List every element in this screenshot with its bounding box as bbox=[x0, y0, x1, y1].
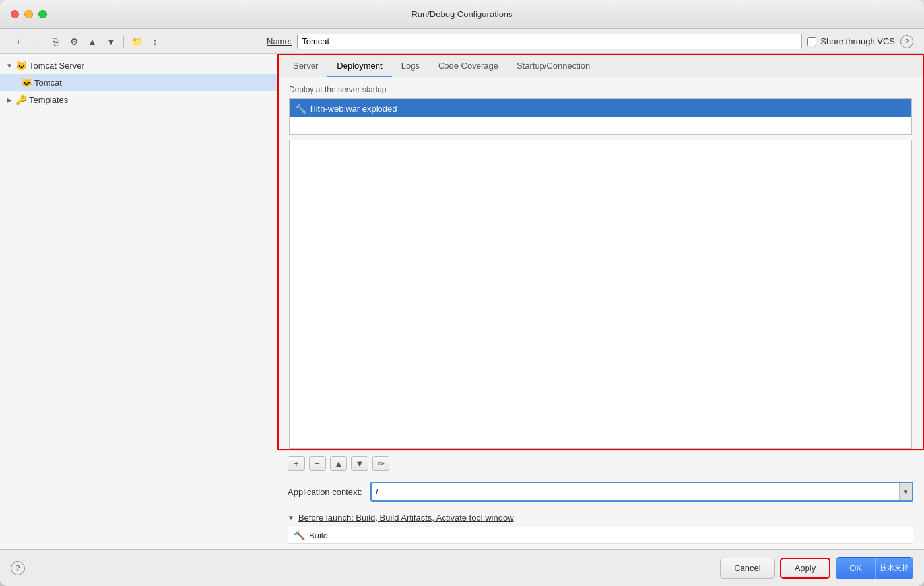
build-item[interactable]: 🔨 Build bbox=[288, 527, 913, 544]
tree-item-tomcat-server[interactable]: ▼ 🐱 Tomcat Server bbox=[0, 57, 277, 74]
tabs-header: Server Deployment Logs Code Coverage Sta… bbox=[279, 55, 923, 77]
tab-server[interactable]: Server bbox=[284, 55, 327, 77]
section-label: Deploy at the server startup bbox=[289, 85, 912, 94]
down-button[interactable]: ▼ bbox=[103, 34, 119, 49]
tree-item-templates[interactable]: ▶ 🔑 Templates bbox=[0, 91, 277, 108]
deploy-list[interactable]: 🔧 lilith-web:war exploded bbox=[289, 98, 912, 135]
apply-button[interactable]: Apply bbox=[780, 558, 831, 579]
app-context-input[interactable] bbox=[372, 483, 899, 500]
tomcat-server-label: Tomcat Server bbox=[29, 61, 84, 71]
tomcat-server-icon: 🐱 bbox=[16, 60, 26, 71]
deploy-item-label: lilith-web:war exploded bbox=[310, 104, 397, 114]
templates-arrow: ▶ bbox=[5, 96, 13, 104]
close-button[interactable] bbox=[11, 10, 19, 18]
copy-config-button[interactable]: ⎘ bbox=[48, 34, 63, 49]
up-button[interactable]: ▲ bbox=[84, 34, 100, 49]
ok-group: OK 技术支持 bbox=[836, 557, 913, 579]
share-vcs-label: Share through VCS bbox=[820, 36, 895, 46]
deploy-edit-button[interactable]: ✏ bbox=[372, 456, 389, 471]
deploy-item[interactable]: 🔧 lilith-web:war exploded bbox=[290, 99, 911, 117]
footer-left: ? bbox=[11, 561, 25, 575]
app-context-input-wrap: ▼ bbox=[370, 482, 913, 502]
tab-deployment[interactable]: Deployment bbox=[327, 55, 391, 77]
folder-button[interactable]: 📁 bbox=[129, 34, 145, 49]
window-title: Run/Debug Configurations bbox=[411, 9, 512, 19]
empty-deploy-area bbox=[289, 140, 912, 449]
main-window: Run/Debug Configurations + − ⎘ ⚙ ▲ ▼ 📁 ↕… bbox=[0, 0, 924, 586]
build-icon: 🔨 bbox=[294, 530, 305, 540]
tree-item-tomcat[interactable]: 🐱 Tomcat bbox=[0, 74, 277, 91]
deploy-section: Deploy at the server startup 🔧 lilith-we… bbox=[279, 77, 923, 140]
tomcat-label: Tomcat bbox=[34, 78, 62, 88]
add-config-button[interactable]: + bbox=[11, 34, 26, 49]
before-launch-section: ▼ Before launch: Build, Build Artifacts,… bbox=[277, 507, 924, 549]
tab-startup-connection[interactable]: Startup/Connection bbox=[508, 55, 599, 77]
left-panel: ▼ 🐱 Tomcat Server 🐱 Tomcat ▶ 🔑 Templates bbox=[0, 54, 277, 549]
share-vcs-section: Share through VCS bbox=[807, 36, 895, 46]
tab-code-coverage[interactable]: Code Coverage bbox=[429, 55, 508, 77]
maximize-button[interactable] bbox=[38, 10, 47, 18]
tomcat-icon: 🐱 bbox=[21, 77, 32, 88]
deploy-remove-button[interactable]: − bbox=[309, 456, 326, 471]
tabs-panel: Server Deployment Logs Code Coverage Sta… bbox=[277, 54, 924, 450]
help-button-top[interactable]: ? bbox=[900, 35, 913, 48]
settings-button[interactable]: ⚙ bbox=[66, 34, 82, 49]
ok-extra-button[interactable]: 技术支持 bbox=[876, 558, 913, 579]
deploy-down-button[interactable]: ▼ bbox=[351, 456, 368, 471]
footer-help-button[interactable]: ? bbox=[11, 561, 25, 575]
build-label: Build bbox=[309, 531, 328, 540]
tabs-content: Deploy at the server startup 🔧 lilith-we… bbox=[279, 77, 923, 449]
templates-label: Templates bbox=[29, 95, 68, 105]
name-label: Name: bbox=[267, 36, 292, 46]
sort-button[interactable]: ↕ bbox=[147, 34, 163, 49]
tab-logs[interactable]: Logs bbox=[392, 55, 429, 77]
bottom-controls: + − ▲ ▼ ✏ bbox=[277, 450, 924, 476]
toolbar-separator bbox=[123, 36, 124, 48]
name-input[interactable] bbox=[297, 34, 802, 49]
name-bar: + − ⎘ ⚙ ▲ ▼ 📁 ↕ Name: Share through VCS … bbox=[0, 29, 924, 54]
app-context-dropdown[interactable]: ▼ bbox=[899, 483, 912, 500]
tomcat-server-arrow: ▼ bbox=[5, 61, 13, 69]
deploy-item-icon: 🔧 bbox=[295, 103, 306, 114]
right-panel: Server Deployment Logs Code Coverage Sta… bbox=[277, 54, 924, 549]
tree-area: ▼ 🐱 Tomcat Server 🐱 Tomcat ▶ 🔑 Templates bbox=[0, 54, 277, 549]
minimize-button[interactable] bbox=[24, 10, 33, 18]
ok-button[interactable]: OK bbox=[836, 558, 876, 579]
remove-config-button[interactable]: − bbox=[29, 34, 45, 49]
deploy-up-button[interactable]: ▲ bbox=[330, 456, 347, 471]
share-vcs-checkbox[interactable] bbox=[807, 37, 816, 46]
traffic-lights bbox=[11, 10, 47, 18]
templates-icon: 🔑 bbox=[16, 94, 26, 105]
cancel-button[interactable]: Cancel bbox=[720, 558, 774, 579]
app-context-label: Application context: bbox=[288, 487, 362, 497]
before-launch-arrow[interactable]: ▼ bbox=[288, 514, 294, 521]
footer: ? Cancel Apply OK 技术支持 bbox=[0, 549, 924, 586]
before-launch-header: ▼ Before launch: Build, Build Artifacts,… bbox=[288, 513, 913, 523]
before-launch-title: Before launch: Build, Build Artifacts, A… bbox=[298, 513, 514, 523]
title-bar: Run/Debug Configurations bbox=[0, 0, 924, 29]
deploy-add-button[interactable]: + bbox=[288, 456, 305, 471]
app-context-row: Application context: ▼ bbox=[277, 476, 924, 507]
